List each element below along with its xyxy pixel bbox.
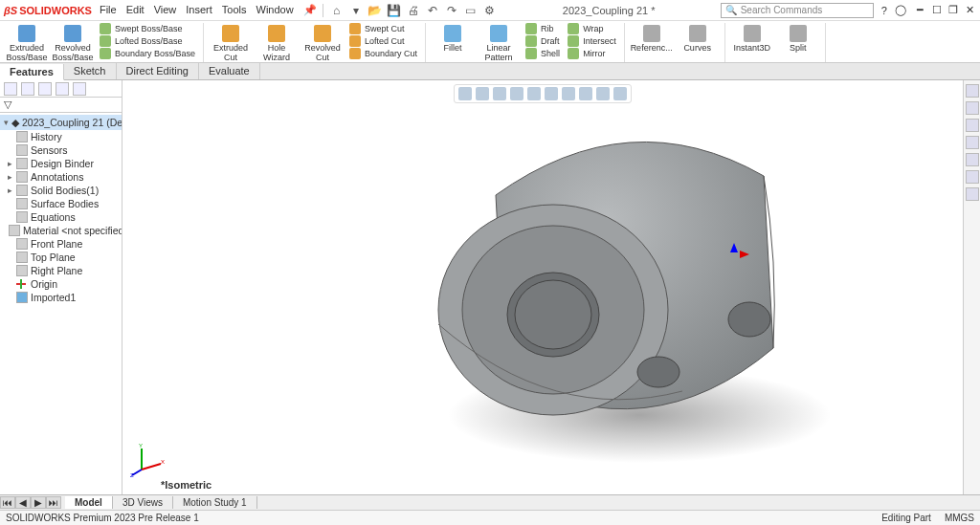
lofted-cut-button[interactable]: Lofted Cut [349, 35, 417, 47]
menu-insert[interactable]: Insert [186, 4, 212, 16]
tree-imported[interactable]: Imported1 [0, 291, 122, 304]
tab-features[interactable]: Features [0, 64, 64, 80]
taskpane-resources-icon[interactable] [966, 101, 979, 115]
shell-button[interactable]: Shell [525, 48, 560, 59]
extruded-cut-button[interactable]: Extruded Cut [208, 23, 254, 63]
scene-icon[interactable] [596, 87, 610, 100]
tree-solid-bodies[interactable]: ▸Solid Bodies(1) [0, 184, 122, 197]
close-icon[interactable]: ✕ [963, 4, 976, 16]
revolved-cut-icon [314, 25, 331, 42]
swept-cut-button[interactable]: Swept Cut [349, 23, 417, 34]
user-icon[interactable]: ◯ [895, 4, 906, 16]
bottom-tab-motion[interactable]: Motion Study 1 [173, 496, 257, 509]
undo-icon[interactable]: ↶ [425, 3, 440, 18]
taskpane-custom-icon[interactable] [966, 187, 979, 201]
redo-icon[interactable]: ↷ [444, 3, 459, 18]
tree-annotations[interactable]: ▸Annotations [0, 170, 122, 184]
tree-top-plane[interactable]: Top Plane [0, 251, 122, 264]
tab-direct-editing[interactable]: Direct Editing [117, 63, 199, 79]
boundary-cut-button[interactable]: Boundary Cut [349, 48, 417, 59]
taskpane-appearance-icon[interactable] [966, 170, 979, 184]
boundary-boss-button[interactable]: Boundary Boss/Base [100, 48, 195, 59]
section-view-icon[interactable] [510, 87, 523, 100]
tree-equations[interactable]: Equations [0, 210, 122, 224]
fm-tab-dim-icon[interactable] [56, 82, 69, 96]
swept-boss-button[interactable]: Swept Boss/Base [100, 23, 195, 34]
options-icon[interactable]: ⚙ [482, 3, 498, 18]
graphics-area[interactable]: Y X Z *Isometric [122, 80, 963, 494]
bottom-tab-model[interactable]: Model [65, 496, 113, 509]
plane-icon [16, 265, 28, 276]
menu-edit[interactable]: Edit [126, 4, 145, 16]
select-icon[interactable]: ▭ [463, 3, 479, 18]
tree-design-binder[interactable]: ▸Design Binder [0, 157, 122, 170]
tab-sketch[interactable]: Sketch [64, 63, 117, 79]
reference-geom-button[interactable]: Referenc... [629, 23, 675, 54]
zoom-area-icon[interactable] [476, 87, 489, 100]
wrap-button[interactable]: Wrap [568, 23, 616, 34]
restore-icon[interactable]: ❐ [947, 4, 960, 16]
display-style-icon[interactable] [545, 87, 558, 100]
appearance-icon[interactable] [579, 87, 592, 100]
taskpane-explorer-icon[interactable] [966, 136, 979, 149]
prev-view-icon[interactable] [493, 87, 506, 100]
tree-surface-bodies[interactable]: Surface Bodies [0, 197, 122, 210]
revolved-boss-button[interactable]: Revolved Boss/Base [50, 23, 96, 63]
extruded-boss-button[interactable]: Extruded Boss/Base [4, 23, 50, 63]
view-settings-icon[interactable] [613, 87, 627, 100]
menu-tools[interactable]: Tools [222, 4, 247, 16]
split-button[interactable]: Split [775, 23, 821, 54]
minimize-icon[interactable]: ━ [914, 4, 927, 16]
fm-tab-config-icon[interactable] [38, 82, 52, 96]
nav-next-icon[interactable]: ▶ [31, 496, 46, 509]
instant3d-button[interactable]: Instant3D [729, 23, 775, 54]
tree-material[interactable]: Material <not specified> [0, 224, 122, 237]
tree-root[interactable]: ▾◆2023_Coupling 21 (Default) << [0, 115, 122, 130]
nav-last-icon[interactable]: ⏭ [46, 496, 61, 509]
taskpane-home-icon[interactable] [966, 84, 979, 98]
home-icon[interactable]: ⌂ [329, 3, 345, 18]
menu-window[interactable]: Window [256, 4, 294, 16]
open-icon[interactable]: 📂 [368, 3, 383, 18]
fm-tab-tree-icon[interactable] [4, 82, 17, 96]
part-3d-model[interactable] [410, 109, 850, 472]
bottom-tab-3dviews[interactable]: 3D Views [113, 496, 173, 509]
curves-button[interactable]: Curves [675, 23, 721, 54]
fm-tab-display-icon[interactable] [73, 82, 86, 96]
status-units[interactable]: MMGS [945, 513, 974, 523]
fm-tab-property-icon[interactable] [21, 82, 34, 96]
rib-button[interactable]: Rib [525, 23, 560, 34]
maximize-icon[interactable]: ☐ [930, 4, 944, 16]
lofted-boss-button[interactable]: Lofted Boss/Base [100, 35, 195, 47]
tree-history[interactable]: History [0, 130, 122, 143]
view-orient-icon[interactable] [527, 87, 541, 100]
zoom-fit-icon[interactable] [458, 87, 472, 100]
draft-button[interactable]: Draft [525, 35, 560, 47]
taskpane-library-icon[interactable] [966, 119, 979, 132]
tab-evaluate[interactable]: Evaluate [199, 63, 260, 79]
tree-right-plane[interactable]: Right Plane [0, 264, 122, 277]
taskpane-view-icon[interactable] [966, 153, 979, 166]
hide-show-icon[interactable] [562, 87, 575, 100]
help-icon[interactable]: ? [881, 5, 887, 16]
search-box[interactable]: 🔍 Search Commands [721, 3, 874, 18]
menu-pin-icon[interactable]: 📌 [303, 4, 317, 16]
revolved-cut-button[interactable]: Revolved Cut [300, 23, 345, 63]
tree-origin[interactable]: Origin [0, 277, 122, 291]
nav-prev-icon[interactable]: ◀ [15, 496, 31, 509]
hole-wizard-button[interactable]: Hole Wizard [254, 23, 300, 63]
tree-front-plane[interactable]: Front Plane [0, 237, 122, 251]
mirror-button[interactable]: Mirror [568, 48, 616, 59]
tree-sensors[interactable]: Sensors [0, 143, 122, 157]
new-icon[interactable]: ▾ [348, 3, 364, 18]
filter-bar[interactable]: ▽ [0, 98, 122, 113]
linear-pattern-button[interactable]: Linear Pattern [476, 23, 522, 63]
intersect-button[interactable]: Intersect [568, 35, 616, 47]
print-icon[interactable]: 🖨 [406, 3, 421, 18]
save-icon[interactable]: 💾 [387, 3, 402, 18]
menu-view[interactable]: View [154, 4, 177, 16]
menu-file[interactable]: File [100, 4, 117, 16]
fillet-button[interactable]: Fillet [430, 23, 476, 54]
nav-first-icon[interactable]: ⏮ [0, 496, 15, 509]
view-triad[interactable]: Y X Z [130, 443, 165, 477]
